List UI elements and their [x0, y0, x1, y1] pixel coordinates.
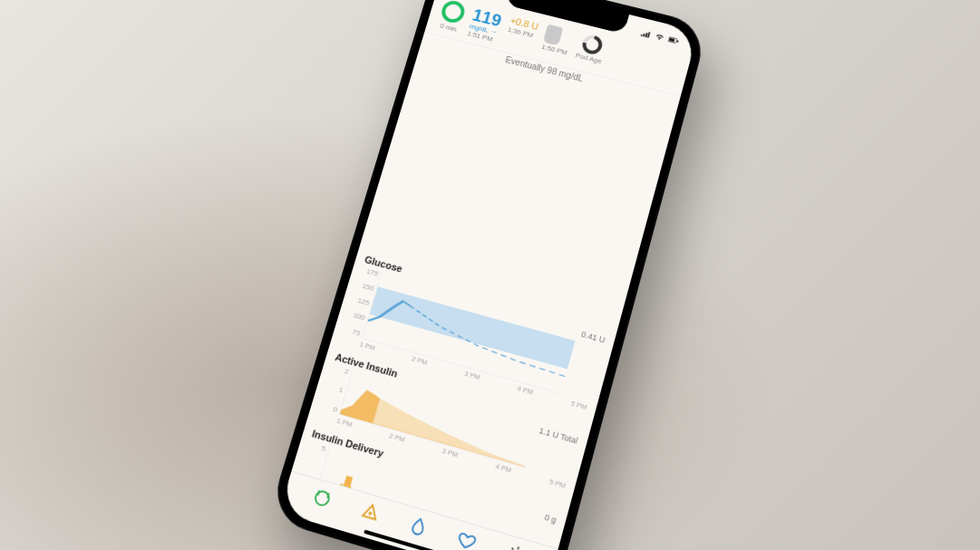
bolus-icon — [405, 513, 431, 539]
plate-icon — [309, 485, 335, 510]
loop-age-label: 0 min — [439, 22, 457, 34]
pod-icon — [542, 24, 563, 45]
carbs-button[interactable] — [305, 480, 339, 515]
eventually-label: Eventually 98 mg/dL — [444, 53, 595, 293]
loop-ring-icon — [439, 0, 467, 24]
svg-point-9 — [367, 510, 372, 515]
premeal-icon — [357, 498, 383, 524]
app-screen: 1:52 0 min 119 mg/dL → 1:51 PM +0.8 U 1:… — [278, 0, 697, 550]
wifi-icon — [653, 31, 665, 42]
battery-icon — [667, 34, 680, 45]
pod-age-hud[interactable]: Pod Age — [574, 32, 607, 64]
gear-icon — [503, 541, 529, 550]
glucose-hud[interactable]: 119 mg/dL → 1:51 PM — [466, 5, 503, 43]
heart-icon — [454, 527, 480, 550]
pump-hud[interactable]: 1:50 PM — [540, 24, 573, 56]
workout-button[interactable] — [450, 522, 484, 550]
premeal-button[interactable] — [353, 494, 387, 529]
carbs-yaxis: 30 20 10 — [291, 517, 306, 548]
phone-device: 1:52 0 min 119 mg/dL → 1:51 PM +0.8 U 1:… — [267, 0, 709, 550]
bolus-button[interactable] — [401, 508, 435, 544]
status-icons — [639, 28, 679, 45]
signal-icon — [639, 28, 652, 39]
iob-hud[interactable]: +0.8 U 1:36 PM — [506, 14, 539, 39]
loop-status[interactable]: 0 min — [436, 0, 467, 34]
